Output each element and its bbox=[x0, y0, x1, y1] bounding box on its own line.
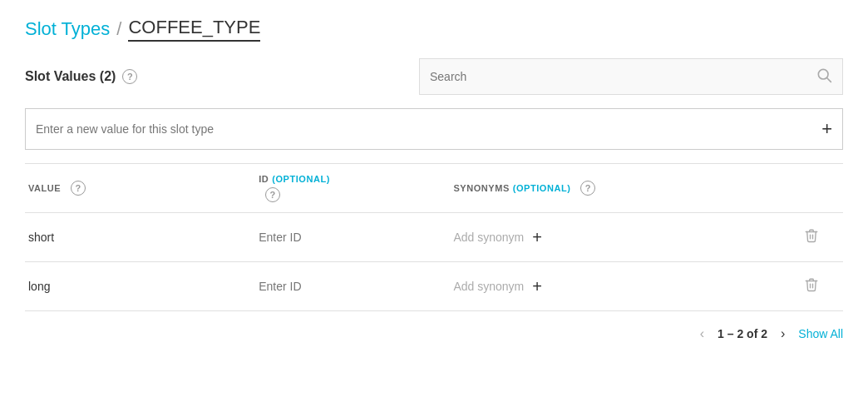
synonym-container: Add synonym + bbox=[453, 229, 804, 246]
add-synonym-button[interactable]: + bbox=[532, 229, 542, 246]
row-synonyms-cell: Add synonym + bbox=[453, 213, 804, 262]
row-value: long bbox=[28, 280, 50, 293]
row-value: short bbox=[28, 231, 54, 244]
pagination-info: 1 – 2 of 2 bbox=[718, 327, 767, 340]
col-value-help-icon[interactable]: ? bbox=[71, 181, 86, 196]
svg-line-1 bbox=[827, 77, 831, 82]
synonym-placeholder: Add synonym bbox=[453, 231, 524, 244]
slot-values-help-icon[interactable]: ? bbox=[122, 69, 137, 84]
col-header-actions bbox=[804, 164, 843, 213]
slot-values-table: VALUE ? ID (OPTIONAL) ? SYNONY bbox=[25, 164, 843, 311]
search-container bbox=[419, 58, 843, 95]
trash-icon bbox=[804, 277, 819, 292]
row-id-input[interactable] bbox=[259, 280, 383, 293]
col-id-help-icon[interactable]: ? bbox=[265, 187, 280, 202]
slot-values-title: Slot Values (2) ? bbox=[25, 69, 137, 84]
col-id-label: ID bbox=[259, 174, 269, 184]
col-id-optional-label: (OPTIONAL) bbox=[272, 174, 330, 184]
page-container: Slot Types / COFFEE_TYPE Slot Values (2)… bbox=[0, 0, 868, 417]
add-synonym-button[interactable]: + bbox=[532, 278, 542, 295]
delete-row-button[interactable] bbox=[804, 228, 819, 246]
synonym-container: Add synonym + bbox=[453, 278, 804, 295]
col-header-value: VALUE ? bbox=[25, 164, 259, 213]
search-icon bbox=[816, 67, 832, 83]
trash-icon bbox=[804, 228, 819, 243]
col-header-synonyms: SYNONYMS (OPTIONAL) ? bbox=[453, 164, 804, 213]
col-synonyms-help-icon[interactable]: ? bbox=[580, 181, 595, 196]
pagination-row: ‹ 1 – 2 of 2 › Show All bbox=[25, 311, 843, 343]
col-synonyms-optional-label: (OPTIONAL) bbox=[513, 183, 571, 193]
slot-values-label: Slot Values (2) bbox=[25, 69, 116, 84]
pagination-prev-button[interactable]: ‹ bbox=[697, 325, 708, 343]
pagination-next-button[interactable]: › bbox=[777, 325, 788, 343]
search-input[interactable] bbox=[430, 70, 816, 83]
add-value-button[interactable]: + bbox=[821, 120, 832, 138]
row-id-cell bbox=[259, 262, 453, 311]
table-row: short Add synonym + bbox=[25, 213, 843, 262]
row-actions-cell bbox=[804, 262, 843, 311]
row-id-cell bbox=[259, 213, 453, 262]
row-value-cell: long bbox=[25, 262, 259, 311]
row-synonyms-cell: Add synonym + bbox=[453, 262, 804, 311]
search-button[interactable] bbox=[816, 67, 832, 87]
col-value-label: VALUE bbox=[28, 183, 61, 193]
breadcrumb-separator: / bbox=[116, 18, 121, 40]
synonym-placeholder: Add synonym bbox=[453, 280, 524, 293]
show-all-button[interactable]: Show All bbox=[798, 327, 843, 340]
row-id-input[interactable] bbox=[259, 231, 383, 244]
table-row: long Add synonym + bbox=[25, 262, 843, 311]
delete-row-button[interactable] bbox=[804, 277, 819, 295]
breadcrumb-parent-link[interactable]: Slot Types bbox=[25, 18, 110, 40]
breadcrumb: Slot Types / COFFEE_TYPE bbox=[25, 17, 843, 42]
breadcrumb-current: COFFEE_TYPE bbox=[128, 17, 260, 42]
header-row: Slot Values (2) ? bbox=[25, 58, 843, 95]
row-value-cell: short bbox=[25, 213, 259, 262]
new-value-input[interactable] bbox=[36, 122, 821, 136]
col-synonyms-label: SYNONYMS bbox=[453, 183, 509, 193]
row-actions-cell bbox=[804, 213, 843, 262]
new-value-row: + bbox=[25, 108, 843, 150]
col-header-id: ID (OPTIONAL) ? bbox=[259, 164, 453, 213]
